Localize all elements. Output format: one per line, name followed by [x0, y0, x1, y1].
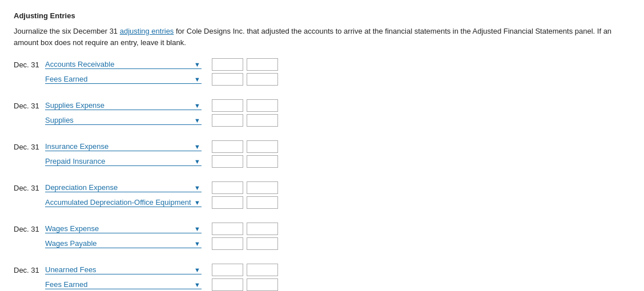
debit-account-select-1[interactable]: Accounts ReceivableSupplies ExpenseInsur… — [45, 60, 202, 69]
credit-credit-field-3[interactable] — [247, 155, 278, 168]
page-title: Adjusting Entries — [14, 11, 630, 20]
debit-select-wrapper-4: Accounts ReceivableSupplies ExpenseInsur… — [45, 183, 202, 192]
instruction-text: Journalize the six December 31 adjusting… — [14, 26, 630, 48]
credit-row-6: Fees EarnedAccounts ReceivableSuppliesPr… — [45, 278, 630, 291]
entry-group-4: Dec. 31Accounts ReceivableSupplies Expen… — [14, 181, 630, 211]
credit-select-wrapper-2: Fees EarnedAccounts ReceivableSuppliesPr… — [45, 116, 202, 125]
credit-amount-field-1[interactable] — [212, 73, 243, 86]
credit-amount-field-3[interactable] — [212, 155, 243, 168]
credit-select-wrapper-5: Fees EarnedAccounts ReceivableSuppliesPr… — [45, 239, 202, 248]
credit-amount-inputs-4 — [212, 196, 278, 209]
credit-amount-inputs-1 — [212, 73, 278, 86]
debit-row-3: Dec. 31Accounts ReceivableSupplies Expen… — [14, 140, 630, 153]
debit-credit-field-1[interactable] — [247, 58, 278, 71]
debit-amount-inputs-2 — [212, 99, 278, 112]
debit-account-select-5[interactable]: Accounts ReceivableSupplies ExpenseInsur… — [45, 224, 202, 233]
debit-account-select-3[interactable]: Accounts ReceivableSupplies ExpenseInsur… — [45, 142, 202, 151]
debit-select-wrapper-3: Accounts ReceivableSupplies ExpenseInsur… — [45, 142, 202, 151]
credit-account-select-6[interactable]: Fees EarnedAccounts ReceivableSuppliesPr… — [45, 280, 202, 289]
credit-select-wrapper-6: Fees EarnedAccounts ReceivableSuppliesPr… — [45, 280, 202, 289]
entries-container: Dec. 31Accounts ReceivableSupplies Expen… — [14, 58, 630, 291]
debit-select-wrapper-2: Accounts ReceivableSupplies ExpenseInsur… — [45, 101, 202, 110]
credit-amount-inputs-3 — [212, 155, 278, 168]
debit-account-select-2[interactable]: Accounts ReceivableSupplies ExpenseInsur… — [45, 101, 202, 110]
entry-group-2: Dec. 31Accounts ReceivableSupplies Expen… — [14, 99, 630, 129]
credit-select-wrapper-1: Fees EarnedAccounts ReceivableSuppliesPr… — [45, 75, 202, 84]
debit-amount-field-3[interactable] — [212, 140, 243, 153]
debit-row-4: Dec. 31Accounts ReceivableSupplies Expen… — [14, 181, 630, 194]
debit-amount-inputs-1 — [212, 58, 278, 71]
credit-credit-field-6[interactable] — [247, 278, 278, 291]
credit-account-select-5[interactable]: Fees EarnedAccounts ReceivableSuppliesPr… — [45, 239, 202, 248]
credit-amount-field-4[interactable] — [212, 196, 243, 209]
credit-row-4: Fees EarnedAccounts ReceivableSuppliesPr… — [45, 196, 630, 209]
date-label-5: Dec. 31 — [14, 225, 45, 233]
debit-credit-field-2[interactable] — [247, 99, 278, 112]
debit-select-wrapper-5: Accounts ReceivableSupplies ExpenseInsur… — [45, 224, 202, 233]
entry-group-3: Dec. 31Accounts ReceivableSupplies Expen… — [14, 140, 630, 170]
credit-account-select-2[interactable]: Fees EarnedAccounts ReceivableSuppliesPr… — [45, 116, 202, 125]
debit-select-wrapper-1: Accounts ReceivableSupplies ExpenseInsur… — [45, 60, 202, 69]
debit-credit-field-4[interactable] — [247, 181, 278, 194]
credit-select-wrapper-4: Fees EarnedAccounts ReceivableSuppliesPr… — [45, 198, 202, 207]
entry-group-5: Dec. 31Accounts ReceivableSupplies Expen… — [14, 223, 630, 252]
date-label-3: Dec. 31 — [14, 143, 45, 151]
debit-credit-field-3[interactable] — [247, 140, 278, 153]
debit-amount-field-2[interactable] — [212, 99, 243, 112]
debit-account-select-6[interactable]: Accounts ReceivableSupplies ExpenseInsur… — [45, 265, 202, 274]
credit-credit-field-2[interactable] — [247, 114, 278, 127]
debit-amount-field-4[interactable] — [212, 181, 243, 194]
debit-row-1: Dec. 31Accounts ReceivableSupplies Expen… — [14, 58, 630, 71]
credit-account-select-4[interactable]: Fees EarnedAccounts ReceivableSuppliesPr… — [45, 198, 202, 207]
debit-amount-inputs-3 — [212, 140, 278, 153]
credit-amount-field-2[interactable] — [212, 114, 243, 127]
entry-group-1: Dec. 31Accounts ReceivableSupplies Expen… — [14, 58, 630, 88]
credit-amount-inputs-6 — [212, 278, 278, 291]
debit-amount-field-1[interactable] — [212, 58, 243, 71]
credit-row-3: Fees EarnedAccounts ReceivableSuppliesPr… — [45, 155, 630, 168]
credit-amount-field-6[interactable] — [212, 278, 243, 291]
credit-credit-field-1[interactable] — [247, 73, 278, 86]
entry-group-6: Dec. 31Accounts ReceivableSupplies Expen… — [14, 264, 630, 291]
debit-amount-inputs-6 — [212, 264, 278, 276]
debit-account-select-4[interactable]: Accounts ReceivableSupplies ExpenseInsur… — [45, 183, 202, 192]
date-label-6: Dec. 31 — [14, 266, 45, 274]
credit-credit-field-4[interactable] — [247, 196, 278, 209]
date-label-2: Dec. 31 — [14, 102, 45, 110]
credit-row-1: Fees EarnedAccounts ReceivableSuppliesPr… — [45, 73, 630, 86]
adjusting-entries-link[interactable]: adjusting entries — [120, 27, 174, 35]
debit-amount-inputs-4 — [212, 181, 278, 194]
debit-amount-field-6[interactable] — [212, 264, 243, 276]
debit-row-5: Dec. 31Accounts ReceivableSupplies Expen… — [14, 223, 630, 235]
credit-amount-inputs-2 — [212, 114, 278, 127]
credit-amount-inputs-5 — [212, 237, 278, 250]
credit-select-wrapper-3: Fees EarnedAccounts ReceivableSuppliesPr… — [45, 157, 202, 166]
credit-amount-field-5[interactable] — [212, 237, 243, 250]
date-label-1: Dec. 31 — [14, 60, 45, 69]
debit-credit-field-6[interactable] — [247, 264, 278, 276]
debit-select-wrapper-6: Accounts ReceivableSupplies ExpenseInsur… — [45, 265, 202, 274]
debit-row-6: Dec. 31Accounts ReceivableSupplies Expen… — [14, 264, 630, 276]
debit-row-2: Dec. 31Accounts ReceivableSupplies Expen… — [14, 99, 630, 112]
debit-amount-inputs-5 — [212, 223, 278, 235]
credit-row-5: Fees EarnedAccounts ReceivableSuppliesPr… — [45, 237, 630, 250]
credit-account-select-1[interactable]: Fees EarnedAccounts ReceivableSuppliesPr… — [45, 75, 202, 84]
credit-credit-field-5[interactable] — [247, 237, 278, 250]
debit-amount-field-5[interactable] — [212, 223, 243, 235]
debit-credit-field-5[interactable] — [247, 223, 278, 235]
credit-row-2: Fees EarnedAccounts ReceivableSuppliesPr… — [45, 114, 630, 127]
credit-account-select-3[interactable]: Fees EarnedAccounts ReceivableSuppliesPr… — [45, 157, 202, 166]
date-label-4: Dec. 31 — [14, 184, 45, 192]
